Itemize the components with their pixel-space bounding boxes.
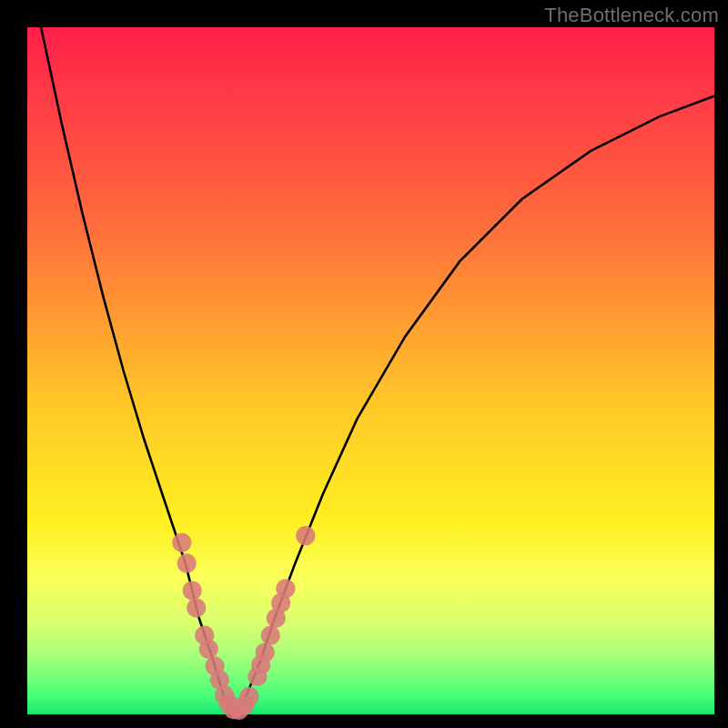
data-point <box>261 626 280 645</box>
data-point <box>199 640 218 659</box>
data-point <box>172 533 191 552</box>
chart-svg <box>27 27 714 714</box>
chart-frame: TheBottleneck.com <box>0 0 728 728</box>
data-point <box>239 687 258 706</box>
data-point <box>276 579 295 598</box>
data-points-group <box>172 526 315 720</box>
data-point <box>183 581 202 601</box>
plot-area <box>27 27 714 714</box>
data-point <box>296 526 315 545</box>
bottleneck-curve <box>41 27 714 714</box>
watermark-text: TheBottleneck.com <box>544 4 719 27</box>
data-point <box>256 642 275 662</box>
data-point <box>187 598 206 617</box>
data-point <box>177 553 197 572</box>
